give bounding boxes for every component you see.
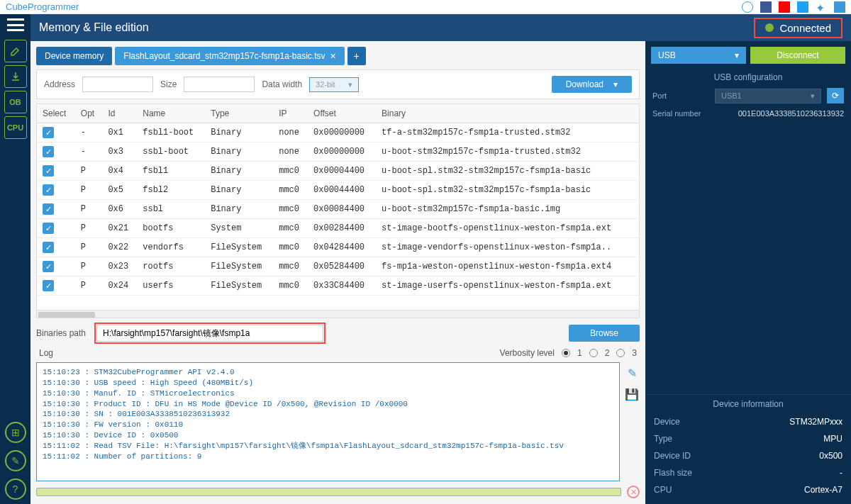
checkbox[interactable]: ✓ [43,242,54,253]
checkbox[interactable]: ✓ [43,165,54,177]
left-rail: OB CPU ⊞ ✎ ? [0,14,30,504]
save-log-icon[interactable]: 💾 [624,386,640,402]
table-row[interactable]: ✓ P0x4fsbl1Binarymmc00x00004400u-boot-sp… [37,162,639,181]
info-row: DeviceSTM32MPxxx [645,413,851,430]
add-tab-button[interactable]: + [347,47,366,65]
right-panel: USB▾ Disconnect USB configuration Port U… [645,41,851,504]
col-header: Offset [308,104,376,123]
datawidth-select[interactable]: 32-bit▾ [309,77,359,92]
params-row: Address Size Data width 32-bit▾ Download… [36,69,640,99]
serial-label: Serial number [652,109,709,118]
youtube-icon[interactable] [779,1,790,13]
checkbox[interactable]: ✓ [43,127,54,138]
ob-button[interactable]: OB [4,91,27,113]
address-label: Address [44,79,75,89]
status-dot-icon [765,23,774,32]
tab-device-memory[interactable]: Device memory [36,47,112,65]
checkbox[interactable]: ✓ [43,223,54,234]
size-input[interactable] [184,77,255,92]
globe-icon[interactable] [742,1,753,13]
port-label: Port [652,91,709,100]
progress-bar [36,488,621,496]
checkbox[interactable]: ✓ [43,261,54,272]
checkbox[interactable]: ✓ [43,184,54,196]
device-info-title: Device information [645,394,851,413]
progress-row: ✕ [36,486,640,498]
col-header: Id [102,104,137,123]
clear-log-icon[interactable]: ✎ [624,365,640,381]
binaries-path-row: Binaries path Browse [36,323,640,344]
table-row[interactable]: ✓ P0x6ssblBinarymmc00x00084400u-boot-stm… [37,200,639,219]
refresh-button[interactable]: ⟳ [827,88,844,103]
table-row[interactable]: ✓ P0x23rootfsFileSystemmmc00x05284400fs-… [37,257,639,276]
connection-badge: Connected [754,18,842,38]
download-button[interactable]: Download▾ [552,76,632,93]
st-logo-icon[interactable] [834,1,845,13]
log-output[interactable]: 15:10:23 : STM32CubeProgrammer API v2.4.… [36,362,620,481]
edit-button[interactable] [4,40,27,62]
browse-button[interactable]: Browse [569,325,640,342]
page-title: Memory & File edition [39,21,149,34]
chevron-down-icon: ▾ [613,79,618,89]
col-header: Binary [376,104,639,123]
disconnect-button[interactable]: Disconnect [750,47,845,64]
log-label: Log [39,348,53,358]
table-row[interactable]: ✓ P0x22vendorfsFileSystemmmc00x04284400s… [37,238,639,257]
connection-type-select[interactable]: USB▾ [651,47,746,64]
col-header: Name [137,104,205,123]
facebook-icon[interactable] [760,1,772,13]
col-header: Select [37,104,75,123]
col-header: Type [205,104,273,123]
chip-icon[interactable]: ⊞ [5,422,26,443]
close-icon[interactable]: ✕ [330,52,336,61]
checkbox[interactable]: ✓ [43,146,54,157]
help-icon[interactable]: ? [5,478,26,500]
table-row[interactable]: ✓ P0x5fsbl2Binarymmc00x00044400u-boot-sp… [37,181,639,200]
port-select[interactable]: USB1▾ [715,89,821,103]
table-row[interactable]: ✓ P0x24userfsFileSystemmmc00x33C84400st-… [37,276,639,296]
twitter-icon[interactable] [797,1,808,13]
verbosity-3-radio[interactable] [616,349,625,357]
table-row[interactable]: ✓ P0x21bootfsSystemmmc00x00284400st-imag… [37,219,639,238]
cancel-button[interactable]: ✕ [627,486,640,498]
info-row: Flash size- [645,464,851,481]
title-bar: Memory & File edition Connected [30,14,851,41]
verbosity-label: Verbosity level [500,348,555,358]
table-row[interactable]: ✓ -0x1fsbl1-bootBinarynone0x00000000tf-a… [37,123,639,142]
col-header: Opt [75,104,103,123]
chevron-down-icon: ▾ [811,91,815,101]
top-strip: CubeProgrammer ✦ [0,0,851,14]
info-row: TypeMPU [645,430,851,447]
app-title: CubeProgrammer [6,1,79,12]
checkbox[interactable]: ✓ [43,203,54,215]
log-header: Log Verbosity level 1 2 3 [36,348,640,358]
flash-table: SelectOptIdNameTypeIPOffsetBinary ✓ -0x1… [36,103,640,318]
table-row[interactable]: ✓ -0x3ssbl-bootBinarynone0x00000000u-boo… [37,142,639,162]
info-row: CPUCortex-A7 [645,481,851,498]
col-header: IP [273,104,308,123]
connection-status: Connected [779,22,831,34]
verbosity-2-radio[interactable] [589,349,598,357]
menu-icon[interactable] [7,18,24,31]
chevron-down-icon: ▾ [348,80,352,89]
erase-icon[interactable]: ✎ [5,450,26,471]
datawidth-label: Data width [262,79,302,89]
tab-flashlayout[interactable]: FlashLayout_sdcard_stm32mp157c-fsmp1a-ba… [115,47,344,65]
share-icon[interactable]: ✦ [816,1,827,13]
verbosity-1-radio[interactable] [562,349,570,357]
verbosity-group: Verbosity level 1 2 3 [500,348,637,358]
info-row: Device ID0x500 [645,447,851,464]
social-icons: ✦ [742,1,845,13]
config-title: USB configuration [645,69,851,85]
size-label: Size [160,79,177,89]
horizontal-scrollbar[interactable] [37,310,639,318]
binpath-label: Binaries path [36,328,86,338]
binpath-input[interactable] [96,325,323,342]
checkbox[interactable]: ✓ [43,280,54,291]
download-button[interactable] [4,65,27,88]
chevron-down-icon: ▾ [735,50,739,60]
address-input[interactable] [82,77,153,92]
tabs-row: Device memory FlashLayout_sdcard_stm32mp… [36,47,640,65]
cpu-button[interactable]: CPU [4,116,27,139]
serial-value: 001E003A3338510236313932 [738,109,844,118]
